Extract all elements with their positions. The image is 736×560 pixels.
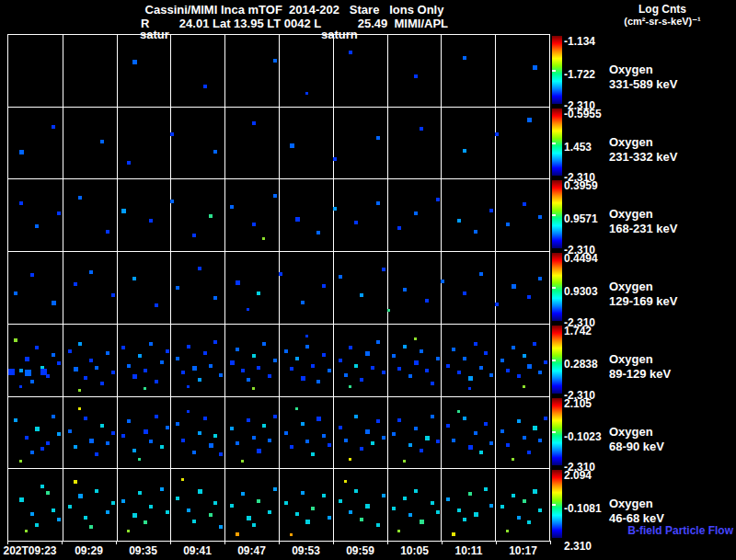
data-point [78,342,82,346]
data-point [273,415,277,418]
data-point [436,357,440,360]
data-point [106,351,109,355]
species-label: Oxygen [609,63,653,76]
data-point [252,354,256,358]
data-point [57,518,61,521]
data-point [414,360,419,365]
data-point [489,441,493,445]
chart-title: Cassini/MIMI Inca mTOF 2014-202 Stare Io… [0,3,589,17]
data-point [74,367,78,371]
colorbar-mid-tick [552,214,556,216]
data-point [360,447,363,451]
data-point [538,439,542,442]
grid-column-line [224,469,225,541]
colorbar-label-mid: -0.1023 [564,430,602,443]
data-point [52,509,55,512]
data-point [35,346,39,349]
data-point [468,445,473,450]
data-point [262,237,265,240]
data-point [198,489,202,494]
data-point [247,378,250,382]
data-point [316,231,320,234]
data-point [138,354,142,358]
data-point [138,458,141,461]
data-point [403,288,407,291]
data-point [333,157,337,161]
data-point [360,518,363,521]
grid-column-line [441,252,442,324]
data-point [523,436,526,440]
data-point [203,351,207,355]
colorbar-label-mid: 0.9303 [564,285,598,298]
data-point [365,351,370,356]
data-point [468,387,471,390]
data-point [241,460,244,463]
x-axis-tick-label: 09:59 [346,544,374,557]
data-point [25,370,31,376]
data-point [121,346,125,349]
data-point [40,369,47,375]
data-point [354,221,358,224]
data-point [371,441,374,445]
data-point [339,499,342,503]
x-axis-tick-label: 10:17 [509,544,537,557]
data-point [127,419,131,423]
data-point [527,118,532,122]
data-point [106,441,109,445]
data-point [523,385,525,388]
data-point [52,353,55,357]
data-point [284,431,288,435]
x-axis-tick-label: 09:35 [129,544,157,557]
x-axis-tick-mark [170,541,171,544]
data-point [35,427,40,431]
data-point [8,369,15,375]
data-point [268,510,271,514]
data-point [213,150,217,154]
data-point [213,434,217,438]
data-point [132,277,136,280]
grid-column-line [117,35,118,107]
x-axis-tick-label: 10:05 [400,544,429,557]
data-point [382,494,385,497]
data-point [176,422,179,426]
data-point [349,51,352,54]
colorbar-label-mid: -0.1081 [564,502,602,515]
grid-column-line [224,108,225,179]
data-point [425,369,429,372]
grid-column-line [441,325,442,396]
data-point [484,487,488,491]
colorbar-label-top: 2.105 [564,397,592,410]
data-point [392,354,396,358]
data-point [127,364,131,368]
data-point [382,436,385,440]
data-point [203,417,207,420]
data-point [408,443,412,447]
data-point [295,512,299,516]
data-point [484,422,488,426]
data-point [52,301,56,305]
data-point [305,345,309,349]
data-point [290,445,293,449]
data-point [446,364,450,368]
data-point [160,360,164,364]
data-point [144,520,147,524]
grid-column-line [279,35,280,107]
data-point [295,217,300,222]
data-point [474,512,478,517]
data-point [392,432,396,436]
data-point [517,516,521,520]
data-point [538,277,542,280]
data-point [403,345,407,349]
energy-range-label: 168-231 keV [609,222,677,235]
data-point [14,338,17,342]
data-point [30,273,34,277]
data-point [170,200,174,203]
data-point [78,494,83,498]
data-point [305,520,310,524]
x-axis-tick-mark [442,541,443,544]
data-point [452,532,455,536]
data-point [290,533,293,536]
grid-column-line [170,179,171,251]
data-point [149,505,153,509]
energy-range-label: 331-589 keV [609,77,677,91]
